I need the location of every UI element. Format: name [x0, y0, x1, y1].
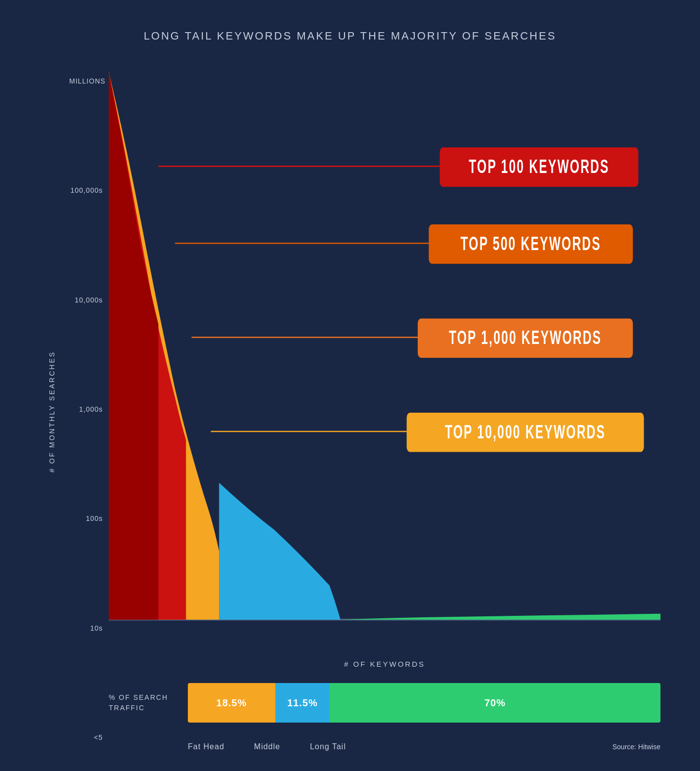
legend-fat-head: Fat Head [188, 742, 224, 751]
top10000-label: TOP 10,000 KEYWORDS [445, 421, 606, 442]
chart-svg-container: TOP 100 KEYWORDS TOP 500 KEYWORDS TOP 1,… [109, 72, 660, 654]
y-tick-1: <5 [69, 733, 103, 741]
middle-area [219, 483, 341, 620]
chart-area: # OF MONTHLY SEARCHES <5 10s 100s 1,000s… [40, 72, 660, 751]
traffic-section: % OF SEARCHTRAFFIC 18.5% 11.5% 70% [109, 683, 660, 723]
traffic-bar-container: 18.5% 11.5% 70% [188, 683, 660, 723]
y-tick-3: 100s [69, 514, 103, 522]
long-tail-bar: 70% [330, 683, 660, 723]
legend-long-tail: Long Tail [310, 742, 346, 751]
legend-middle: Middle [254, 742, 280, 751]
x-axis-label: # OF KEYWORDS [109, 660, 660, 668]
y-tick-4: 1,000s [69, 405, 103, 413]
middle-bar: 11.5% [275, 683, 330, 723]
legend-source: Source: Hitwise [612, 743, 660, 751]
page-container: LONG TAIL KEYWORDS MAKE UP THE MAJORITY … [0, 0, 700, 771]
y-axis-ticks: <5 10s 100s 1,000s 10,000s 100,000s MILL… [69, 72, 109, 751]
long-tail-area [341, 614, 660, 620]
chart-main: TOP 100 KEYWORDS TOP 500 KEYWORDS TOP 1,… [109, 72, 660, 751]
legend-row: Fat Head Middle Long Tail Source: Hitwis… [109, 742, 660, 751]
top-area-dark [109, 72, 158, 620]
chart-title: LONG TAIL KEYWORDS MAKE UP THE MAJORITY … [144, 30, 557, 43]
top1000-label: TOP 1,000 KEYWORDS [449, 327, 602, 348]
top500-label: TOP 500 KEYWORDS [461, 233, 601, 255]
chart-svg: TOP 100 KEYWORDS TOP 500 KEYWORDS TOP 1,… [109, 72, 660, 654]
top100-label: TOP 100 KEYWORDS [469, 156, 609, 177]
y-tick-7: MILLIONS [69, 77, 103, 85]
chart-with-axis: <5 10s 100s 1,000s 10,000s 100,000s MILL… [69, 72, 660, 751]
y-axis-label: # OF MONTHLY SEARCHES [40, 72, 64, 751]
legend-items: Fat Head Middle Long Tail [188, 742, 612, 751]
y-tick-6: 100,000s [69, 186, 103, 194]
traffic-label: % OF SEARCHTRAFFIC [109, 692, 178, 713]
fat-head-bar: 18.5% [188, 683, 275, 723]
y-tick-5: 10,000s [69, 296, 103, 304]
y-tick-2: 10s [69, 624, 103, 632]
